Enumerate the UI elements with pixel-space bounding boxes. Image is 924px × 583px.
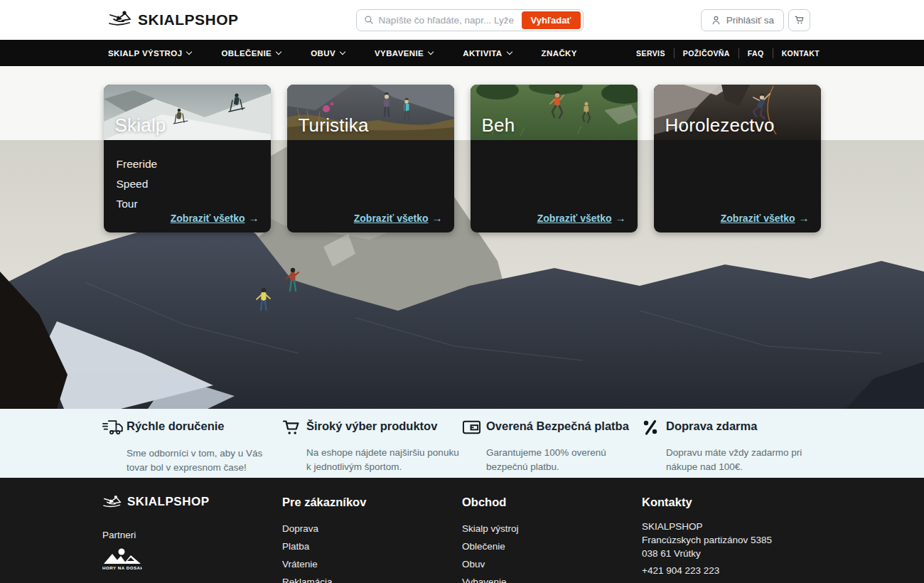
show-all-link[interactable]: Zobraziť všetko→: [354, 212, 443, 224]
search-input[interactable]: [379, 15, 522, 26]
category-subcategory-list: [471, 140, 638, 154]
nav-item-label: VYBAVENIE: [375, 49, 424, 58]
chevron-down-icon: [186, 49, 192, 55]
nav-item-label: OBUV: [311, 49, 335, 58]
features-strip: Rýchle doručenie Sme odborníci v tom, ab…: [0, 409, 924, 478]
category-card-image: Skialp: [104, 85, 271, 140]
feature: Rýchle doručenie Sme odborníci v tom, ab…: [102, 418, 282, 478]
search-bar: Vyhľadať: [356, 9, 584, 31]
feature-description: Na eshope nájdete najširšiu ponuku k jed…: [306, 446, 459, 474]
footer-link[interactable]: Doprava: [282, 520, 462, 537]
category-card: Horolezectvo Zobraziť všetko→: [654, 85, 821, 232]
footer-contact-column: Kontakty SKIALPSHOP Francúzskych partizá…: [642, 494, 822, 583]
partners-label: Partneri: [102, 530, 282, 540]
nav-utility-link[interactable]: FAQ: [738, 48, 773, 58]
feature: Doprava zdarma Dopravu máte vždy zadarmo…: [642, 418, 822, 478]
header: SKIALPSHOP Vyhľadať Prihlásiť sa: [0, 0, 924, 40]
brand-logo[interactable]: SKIALPSHOP: [108, 9, 239, 31]
show-all-link[interactable]: Zobraziť všetko→: [721, 212, 810, 224]
feature-description: Sme odborníci v tom, aby u Vás tovar bol…: [127, 446, 279, 475]
footer-link-column: Pre zákazníkov Doprava Platba Vrátenie R…: [282, 494, 462, 583]
category-subcategory-list: [654, 140, 821, 154]
skier-icon: [102, 494, 122, 509]
category-title: Horolezectvo: [665, 114, 775, 137]
arrow-right-icon: →: [799, 212, 810, 224]
contact-address-line2: 038 61 Vrútky: [642, 547, 822, 560]
feature: Široký výber produktov Na eshope nájdete…: [282, 418, 462, 478]
footer: SKIALPSHOP Partneri HORY NA DOSAH Pre zá…: [0, 478, 924, 583]
feature-title: Široký výber produktov: [306, 418, 462, 434]
footer-link[interactable]: Vybavenie: [462, 573, 642, 583]
main-navigation: SKIALP VÝSTROJ OBLEČENIE OBUV VYBAVENIE …: [0, 40, 924, 66]
partner-logo-hory-na-dosah[interactable]: HORY NA DOSAH: [102, 547, 142, 574]
feature-description: Dopravu máte vždy zadarmo pri nákupe nad…: [666, 446, 819, 474]
contact-phone-link[interactable]: +421 904 223 223: [642, 565, 822, 576]
footer-link[interactable]: Reklamácia: [282, 573, 462, 583]
nav-item-label: SKIALP VÝSTROJ: [108, 49, 182, 58]
footer-link[interactable]: Vrátenie: [282, 555, 462, 573]
category-subcategory-list: Freeride Speed Tour: [104, 140, 271, 214]
footer-link[interactable]: Platba: [282, 537, 462, 555]
category-card: Skialp Freeride Speed Tour Zobraziť všet…: [104, 85, 271, 232]
login-button-label: Prihlásiť sa: [726, 15, 774, 26]
cart-icon: [794, 14, 805, 26]
feature-title: Rýchle doručenie: [127, 418, 282, 434]
nav-utility-link[interactable]: KONTAKT: [773, 48, 820, 58]
nav-item[interactable]: ZNAČKY: [542, 49, 577, 58]
svg-text:HORY NA DOSAH: HORY NA DOSAH: [102, 565, 142, 570]
nav-item-label: AKTIVITA: [463, 49, 502, 58]
feature-description: Garantujeme 100% overenú bezpečnú platbu…: [486, 446, 639, 474]
nav-item-label: OBLEČENIE: [221, 49, 272, 58]
search-button[interactable]: Vyhľadať: [522, 11, 581, 29]
nav-utility: SERVIS POŽIČOVŇA FAQ KONTAKT: [628, 48, 820, 58]
truck-icon: [102, 419, 127, 439]
nav-utility-link[interactable]: POŽIČOVŇA: [674, 48, 738, 58]
feature-title: Overená Bezpečná platba: [486, 418, 642, 434]
subcategory-link[interactable]: Speed: [117, 178, 149, 190]
login-button[interactable]: Prihlásiť sa: [701, 9, 784, 31]
category-title: Beh: [482, 114, 515, 137]
category-card-image: Turistika: [287, 85, 454, 140]
chevron-down-icon: [428, 49, 434, 55]
skier-icon: [108, 9, 132, 31]
nav-item[interactable]: AKTIVITA: [463, 49, 511, 58]
show-all-link[interactable]: Zobraziť všetko→: [171, 212, 259, 224]
footer-link-column: Obchod Skialp výstroj Oblečenie Obuv Vyb…: [462, 494, 642, 583]
category-card: Beh Zobraziť všetko→: [471, 85, 638, 232]
subcategory-link[interactable]: Tour: [117, 198, 138, 210]
cart-icon: [282, 419, 306, 439]
category-cards: Skialp Freeride Speed Tour Zobraziť všet…: [104, 66, 821, 232]
cart-button[interactable]: [788, 9, 810, 31]
feature: Overená Bezpečná platba Garantujeme 100%…: [462, 418, 642, 478]
footer-column-heading: Kontakty: [642, 496, 822, 509]
footer-link[interactable]: Skialp výstroj: [462, 520, 642, 537]
footer-column-heading: Obchod: [462, 496, 642, 509]
arrow-right-icon: →: [432, 212, 443, 224]
subcategory-link[interactable]: Freeride: [117, 158, 158, 170]
nav-menu: SKIALP VÝSTROJ OBLEČENIE OBUV VYBAVENIE …: [108, 49, 577, 58]
nav-item[interactable]: OBLEČENIE: [221, 49, 281, 58]
nav-item[interactable]: OBUV: [311, 49, 345, 58]
arrow-right-icon: →: [616, 212, 626, 224]
percent-icon: [642, 419, 666, 439]
category-card-image: Horolezectvo: [654, 85, 821, 140]
feature-title: Doprava zdarma: [666, 418, 822, 434]
contact-company: SKIALPSHOP: [642, 520, 822, 533]
category-title: Turistika: [299, 114, 369, 137]
chevron-down-icon: [276, 49, 281, 55]
footer-link[interactable]: Oblečenie: [462, 537, 642, 555]
footer-brand-logo[interactable]: SKIALPSHOP: [102, 494, 282, 509]
nav-item[interactable]: VYBAVENIE: [375, 49, 433, 58]
footer-link[interactable]: Obuv: [462, 555, 642, 573]
nav-utility-link[interactable]: SERVIS: [628, 48, 674, 58]
category-subcategory-list: [287, 140, 454, 154]
search-icon: [364, 15, 374, 25]
nav-item[interactable]: SKIALP VÝSTROJ: [108, 49, 191, 58]
chevron-down-icon: [340, 49, 345, 55]
show-all-link[interactable]: Zobraziť všetko→: [537, 212, 626, 224]
category-card-image: Beh: [471, 85, 638, 140]
brand-name: SKIALPSHOP: [127, 495, 210, 509]
contact-address-line1: Francúzskych partizánov 5385: [642, 533, 822, 547]
nav-item-label: ZNAČKY: [542, 49, 577, 58]
footer-brand-column: SKIALPSHOP Partneri HORY NA DOSAH: [102, 494, 282, 583]
